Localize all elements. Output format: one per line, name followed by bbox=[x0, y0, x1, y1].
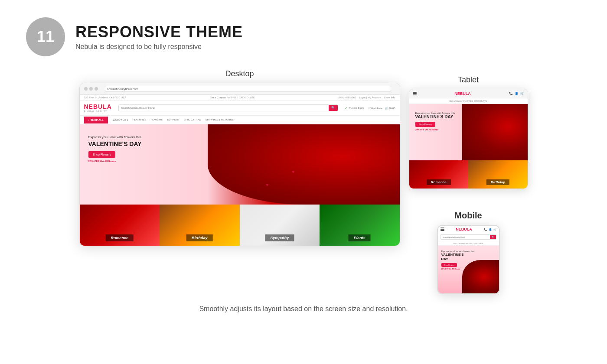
tablet-shop-button[interactable]: Shop Flowers bbox=[415, 122, 436, 127]
tablet-valentines: VALENTINE'S DAY bbox=[415, 114, 455, 119]
feature-title: RESPONSIVE THEME bbox=[75, 23, 243, 41]
site-nav: ▪ SHOP ALL ABOUT US ▾ FEATURES REVIEWS S… bbox=[80, 116, 400, 124]
feature-number-badge: 11 bbox=[26, 17, 65, 56]
tablet-off: 20% OFF On All Roses bbox=[415, 128, 455, 131]
nav-reviews[interactable]: REVIEWS bbox=[150, 118, 163, 121]
desktop-mockup-wrapper: Desktop nebulabeautyfloral.com 123 First… bbox=[79, 69, 400, 246]
mobile-frame: NEBULA 📞 👤 🛒 🔍 Get a Coup bbox=[437, 225, 500, 294]
bottom-caption: Smoothly adjusts its layout based on the… bbox=[199, 305, 408, 313]
hero-valentines: VALENTINE'S DAY bbox=[88, 140, 142, 148]
mobile-hero: Express your love with flowers this VALE… bbox=[438, 246, 499, 293]
rose-image bbox=[208, 124, 400, 205]
nav-epic[interactable]: EPIC EXTRAS bbox=[184, 118, 201, 121]
heart-decoration-1: ♥ bbox=[266, 182, 269, 187]
tablet-romance-label: Romance bbox=[427, 179, 451, 185]
category-romance-label: Romance bbox=[105, 234, 134, 241]
mobile-search-bar[interactable]: 🔍 bbox=[441, 234, 496, 240]
mobile-search-wrapper: 🔍 bbox=[438, 233, 499, 241]
mobile-valentines: VALENTINE'S DAY bbox=[441, 253, 474, 261]
feature-header: 11 RESPONSIVE THEME Nebula is designed t… bbox=[26, 17, 243, 56]
mobile-search-input[interactable] bbox=[441, 235, 490, 239]
trusted-badge: ✓ Trusted Store bbox=[345, 106, 364, 110]
topbar-coupon: Get a Coupon For FREE CHOCOLATE bbox=[210, 96, 255, 99]
tablet-birthday-label: Birthday bbox=[486, 179, 509, 185]
category-plants-label: Plants bbox=[349, 234, 371, 241]
mobile-label: Mobile bbox=[454, 211, 482, 221]
hamburger-line-2 bbox=[413, 93, 417, 94]
search-bar[interactable]: 🔍 bbox=[118, 104, 338, 111]
dot-yellow bbox=[89, 87, 93, 91]
topbar-right: (888) 498-5361 Login | My Account Store … bbox=[339, 96, 395, 99]
tablet-cart-icon: 🛒 bbox=[520, 92, 524, 95]
logo-sub: FLORAL BEAUTY bbox=[84, 110, 112, 113]
tablet-hero-content: Express your love with flowers this VALE… bbox=[415, 112, 455, 131]
mobile-shop-button[interactable]: Shop Flowers bbox=[441, 263, 457, 267]
mobile-hamburger-line-1 bbox=[441, 228, 444, 228]
mobile-search-button[interactable]: 🔍 bbox=[490, 235, 496, 239]
browser-address-bar[interactable]: nebulabeautyfloral.com bbox=[105, 86, 391, 92]
category-grid: Romance Birthday Sympathy Plants bbox=[80, 205, 400, 246]
hero-shop-button[interactable]: Shop Flowers bbox=[88, 151, 116, 158]
tablet-hero: Express your love with flowers this VALE… bbox=[409, 104, 528, 160]
shop-all-button[interactable]: ▪ SHOP ALL bbox=[84, 117, 108, 124]
tablet-category-grid: Romance Birthday bbox=[409, 160, 528, 188]
category-birthday-label: Birthday bbox=[186, 234, 213, 241]
category-romance[interactable]: Romance bbox=[80, 205, 160, 246]
mobile-nav: NEBULA 📞 👤 🛒 bbox=[438, 226, 499, 233]
tablet-header-icons: 📞 👤 🛒 bbox=[509, 92, 524, 95]
category-sympathy-label: Sympathy bbox=[265, 234, 294, 241]
logo-main: NEBULA bbox=[84, 103, 112, 110]
tablet-mockup-wrapper: Tablet NEBULA 📞 👤 🛒 bbox=[409, 75, 528, 189]
category-birthday[interactable]: Birthday bbox=[160, 205, 240, 246]
category-sympathy[interactable]: Sympathy bbox=[240, 205, 320, 246]
dot-red bbox=[84, 87, 88, 91]
tablet-logo: NEBULA bbox=[454, 91, 471, 96]
nebula-logo: NEBULA FLORAL BEAUTY bbox=[84, 103, 112, 113]
tablet-frame: NEBULA 📞 👤 🛒 Get a Coupon For FREE CHOCO… bbox=[409, 89, 528, 189]
desktop-label: Desktop bbox=[225, 69, 254, 78]
browser-dots bbox=[84, 87, 98, 91]
search-button[interactable]: 🔍 bbox=[329, 105, 338, 111]
tablet-category-romance[interactable]: Romance bbox=[409, 160, 469, 188]
nav-support[interactable]: SUPPORT bbox=[167, 118, 179, 121]
tablet-hamburger[interactable] bbox=[413, 92, 417, 95]
hero-content: Express your love with flowers this VALE… bbox=[88, 135, 142, 162]
site-topbar: 123 First St. Ashland, Or 97520 USA Get … bbox=[80, 95, 400, 101]
mobile-user-icon: 👤 bbox=[489, 228, 492, 231]
mobile-topbar: Get a Coupon For FREE CHOCOLATE bbox=[438, 241, 499, 246]
tablet-rose-image bbox=[462, 104, 527, 160]
mobile-off: 20% OFF On All Roses bbox=[441, 268, 474, 270]
tablet-phone-icon: 📞 bbox=[509, 92, 513, 95]
feature-subtitle: Nebula is designed to be fully responsiv… bbox=[75, 43, 243, 51]
feature-header-text: RESPONSIVE THEME Nebula is designed to b… bbox=[75, 23, 243, 51]
hero-banner: ♥ ♥ Express your love with flowers this … bbox=[80, 124, 400, 205]
tablet-topbar: Get a Coupon For FREE CHOCOLATE bbox=[409, 98, 528, 104]
hero-express: Express your love with flowers this bbox=[88, 135, 142, 139]
browser-chrome: nebulabeautyfloral.com bbox=[80, 83, 400, 95]
mobile-hero-content: Express your love with flowers this VALE… bbox=[441, 250, 474, 270]
mobile-logo: NEBULA bbox=[456, 227, 472, 231]
mobile-hamburger[interactable] bbox=[441, 228, 444, 231]
topbar-address: 123 First St. Ashland, Or 97520 USA bbox=[84, 96, 127, 99]
devices-section: Desktop nebulabeautyfloral.com 123 First… bbox=[26, 69, 581, 294]
site-header: NEBULA FLORAL BEAUTY 🔍 ✓ Trusted Store ♡… bbox=[80, 101, 400, 116]
hero-off: 20% OFF On All Roses bbox=[88, 160, 142, 162]
nav-features[interactable]: FEATURES bbox=[133, 118, 147, 121]
tablet-user-icon: 👤 bbox=[515, 92, 519, 95]
category-plants[interactable]: Plants bbox=[320, 205, 400, 246]
mobile-cart-icon: 🛒 bbox=[493, 228, 496, 231]
wish-lists: ♡ Wish Lists bbox=[368, 107, 382, 110]
dot-green bbox=[95, 87, 98, 91]
tablet-category-birthday[interactable]: Birthday bbox=[468, 160, 528, 188]
hamburger-line-1 bbox=[413, 92, 417, 93]
mobile-phone-icon: 📞 bbox=[484, 228, 487, 231]
mobile-hamburger-line-3 bbox=[441, 230, 444, 231]
desktop-frame: nebulabeautyfloral.com 123 First St. Ash… bbox=[79, 83, 400, 246]
search-input[interactable] bbox=[119, 105, 329, 111]
tablet-label: Tablet bbox=[458, 75, 479, 84]
nav-about[interactable]: ABOUT US ▾ bbox=[113, 118, 128, 121]
hamburger-line-3 bbox=[413, 94, 417, 95]
mobile-header-icons: 📞 👤 🛒 bbox=[484, 228, 496, 231]
nav-shipping[interactable]: SHIPPING & RETURNS bbox=[206, 118, 234, 121]
wish-cart: ♡ Wish Lists 🛒 $0.00 bbox=[368, 107, 395, 110]
